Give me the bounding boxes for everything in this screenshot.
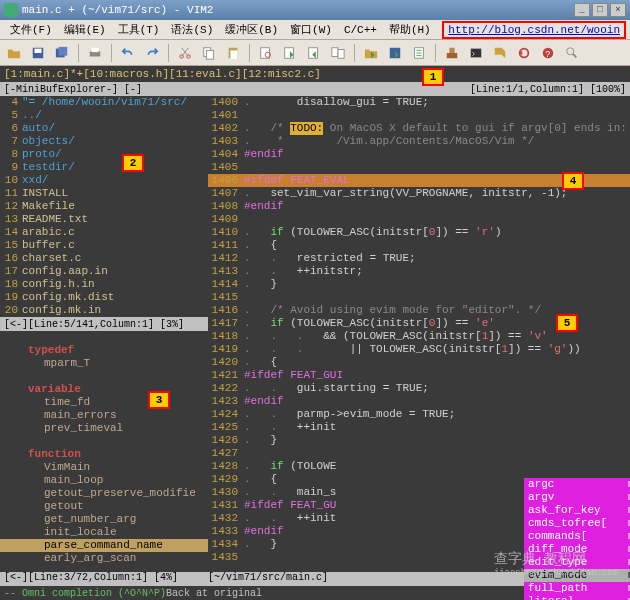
findnext-icon[interactable] (280, 43, 300, 63)
popup-item[interactable]: cmds_tofree[m char_u@@[MAX_ARG_C (524, 517, 630, 530)
tab-list[interactable]: [1:main.c]*+[10:macros.h][11:eval.c][12:… (4, 68, 321, 80)
jump-back-icon[interactable] (514, 43, 534, 63)
outline-item[interactable]: VimMain (0, 461, 208, 474)
save-icon[interactable] (28, 43, 48, 63)
outline-item[interactable]: init_locale (0, 526, 208, 539)
code-line[interactable]: 1402. /* TODO: On MacOS X default to gui… (208, 122, 630, 135)
outline-item[interactable]: getout_preserve_modifie (0, 487, 208, 500)
tree-row[interactable]: 7objects/ (0, 135, 208, 148)
tree-row[interactable]: 20config.mk.in (0, 304, 208, 317)
code-line[interactable]: 1419. . . || TOLOWER_ASC(initstr[1]) == … (208, 343, 630, 356)
menu-file[interactable]: 文件(F) (4, 20, 58, 39)
menu-tools[interactable]: 工具(T) (112, 20, 166, 39)
outline-item[interactable]: parse_command_name (0, 539, 208, 552)
code-line[interactable]: 1420. { (208, 356, 630, 369)
tree-row[interactable]: 12Makefile (0, 200, 208, 213)
code-line[interactable]: 1408#endif (208, 200, 630, 213)
print-icon[interactable] (85, 43, 105, 63)
code-line[interactable]: 1421#ifdef FEAT_GUI (208, 369, 630, 382)
code-line[interactable]: 1422. . gui.starting = TRUE; (208, 382, 630, 395)
code-line[interactable]: 1413. . ++initstr; (208, 265, 630, 278)
code-line[interactable]: 1411. { (208, 239, 630, 252)
popup-item[interactable]: literalm int@@; /* don (524, 595, 630, 600)
findhelp-icon[interactable] (562, 43, 582, 63)
session-load-icon[interactable] (361, 43, 381, 63)
maximize-button[interactable]: □ (592, 3, 608, 17)
redo-icon[interactable] (142, 43, 162, 63)
menu-buffers[interactable]: 缓冲区(B) (219, 20, 284, 39)
code-line[interactable]: 1409 (208, 213, 630, 226)
open-icon[interactable] (4, 43, 24, 63)
cut-icon[interactable] (175, 43, 195, 63)
tree-row[interactable]: 14arabic.c (0, 226, 208, 239)
popup-item[interactable]: argvm char **@@; - src/mai (524, 491, 630, 504)
tree-row[interactable]: 11INSTALL (0, 187, 208, 200)
outline-item[interactable]: prev_timeval (0, 422, 208, 435)
code-line[interactable]: 1427 (208, 447, 630, 460)
tree-row[interactable]: 6auto/ (0, 122, 208, 135)
tree-row[interactable]: 13README.txt (0, 213, 208, 226)
find-icon[interactable] (256, 43, 276, 63)
paste-icon[interactable] (223, 43, 243, 63)
outline-item[interactable]: get_number_arg (0, 513, 208, 526)
outline-item[interactable]: time_fd (0, 396, 208, 409)
copy-icon[interactable] (199, 43, 219, 63)
code-line[interactable]: 1404#endif (208, 148, 630, 161)
code-line[interactable]: 1425. . ++init (208, 421, 630, 434)
outline-item[interactable]: main_errors (0, 409, 208, 422)
code-line[interactable]: 1423#endif (208, 395, 630, 408)
menu-window[interactable]: 窗口(W) (284, 20, 338, 39)
code-line[interactable]: 1401 (208, 109, 630, 122)
outline-item[interactable]: main_loop (0, 474, 208, 487)
shell-icon[interactable] (466, 43, 486, 63)
svg-rect-1 (35, 48, 42, 52)
tree-row[interactable]: 18config.h.in (0, 278, 208, 291)
tab-line[interactable]: [1:main.c]*+[10:macros.h][11:eval.c][12:… (0, 66, 630, 82)
tree-row[interactable]: 8proto/ (0, 148, 208, 161)
popup-item[interactable]: argcm int@@; - src/mai (524, 478, 630, 491)
tree-row[interactable]: 19config.mk.dist (0, 291, 208, 304)
code-line[interactable]: 1410. if (TOLOWER_ASC(initstr[0]) == 'r'… (208, 226, 630, 239)
outline-item[interactable]: mparm_T (0, 357, 208, 370)
code-pane[interactable]: 1400. disallow_gui = TRUE;14011402. /* T… (208, 96, 630, 586)
menu-syntax[interactable]: 语法(S) (165, 20, 219, 39)
undo-icon[interactable] (118, 43, 138, 63)
ctags-icon[interactable] (490, 43, 510, 63)
completion-popup[interactable]: 6 argcm int@@; - src/maiargvm char **@@;… (524, 478, 630, 600)
code-line[interactable]: 1412. . restricted = TRUE; (208, 252, 630, 265)
tree-row[interactable]: 15buffer.c (0, 239, 208, 252)
tree-row[interactable]: 10xxd/ (0, 174, 208, 187)
tree-row[interactable]: 17config.aap.in (0, 265, 208, 278)
help-icon[interactable]: ? (538, 43, 558, 63)
code-line[interactable]: 1415 (208, 291, 630, 304)
menu-help[interactable]: 帮助(H) (383, 20, 437, 39)
code-line[interactable]: 1403. * /Vim.app/Contents/MacOS/Vim */ (208, 135, 630, 148)
popup-item[interactable]: ask_for_keym int@@; /* -x (524, 504, 630, 517)
tree-row[interactable]: 4"= /home/wooin/vim71/src/ (0, 96, 208, 109)
outline-item[interactable]: early_arg_scan (0, 552, 208, 565)
menu-edit[interactable]: 编辑(E) (58, 20, 112, 39)
file-tree[interactable]: 2 4"= /home/wooin/vim71/src/5../6auto/7o… (0, 96, 208, 317)
findprev-icon[interactable] (304, 43, 324, 63)
code-line[interactable]: 1414. } (208, 278, 630, 291)
code-line[interactable]: 1426. } (208, 434, 630, 447)
tree-row[interactable]: 5../ (0, 109, 208, 122)
menu-cpp[interactable]: C/C++ (338, 22, 383, 38)
tree-row[interactable]: 9testdir/ (0, 161, 208, 174)
make-icon[interactable] (442, 43, 462, 63)
script-icon[interactable] (409, 43, 429, 63)
banner-url[interactable]: http://blog.csdn.net/wooin (442, 21, 626, 39)
outline-item[interactable]: getout (0, 500, 208, 513)
code-line[interactable]: 1400. disallow_gui = TRUE; (208, 96, 630, 109)
code-line[interactable]: 1428. if (TOLOWE (208, 460, 630, 473)
close-button[interactable]: × (610, 3, 626, 17)
popup-item[interactable]: full_pathm int@@; (524, 582, 630, 595)
tree-row[interactable]: 16charset.c (0, 252, 208, 265)
code-line[interactable]: 1424. . parmp->evim_mode = TRUE; (208, 408, 630, 421)
outline-pane[interactable]: 3 typedefmparm_Tvariabletime_fdmain_erro… (0, 331, 208, 586)
popup-item[interactable]: commands[m char_u*@@[MAX_ARG_ (524, 530, 630, 543)
replace-icon[interactable] (328, 43, 348, 63)
saveall-icon[interactable] (52, 43, 72, 63)
minimize-button[interactable]: _ (574, 3, 590, 17)
session-save-icon[interactable] (385, 43, 405, 63)
